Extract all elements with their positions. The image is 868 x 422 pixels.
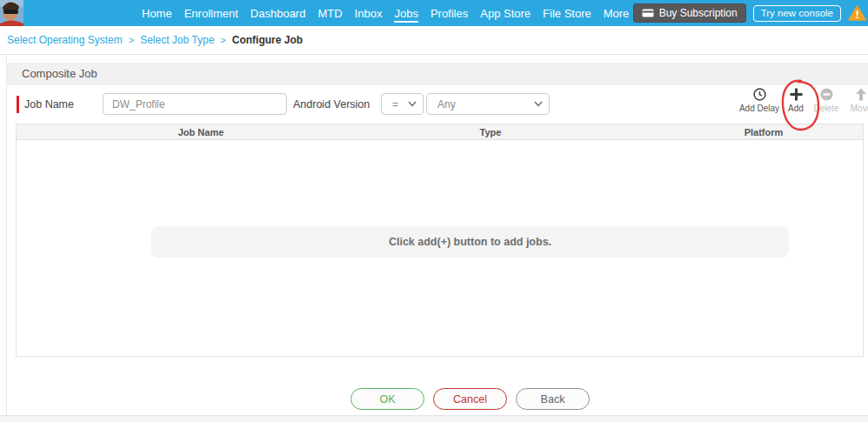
nav-item-app-store[interactable]: App Store: [480, 7, 531, 20]
delete-label: Delete: [811, 104, 841, 113]
breadcrumb-select-operating-system[interactable]: Select Operating System: [7, 34, 123, 46]
job-name-label: Job Name: [24, 98, 74, 111]
android-version-select[interactable]: Any: [426, 93, 550, 115]
chevron-down-icon: [534, 101, 543, 107]
warning-triangle-icon[interactable]: [848, 5, 866, 21]
plus-icon: [790, 88, 803, 101]
add-delay-label: Add Delay: [735, 104, 784, 113]
ok-button[interactable]: OK: [351, 388, 424, 410]
version-operator-select[interactable]: =: [381, 93, 424, 115]
nav-item-dashboard[interactable]: Dashboard: [250, 7, 306, 20]
jobs-table: Job Name Type Platform Click add(+) butt…: [16, 124, 864, 357]
job-name-input[interactable]: [103, 93, 287, 115]
empty-state-message: Click add(+) button to add jobs.: [151, 226, 789, 258]
jobs-table-header: Job Name Type Platform: [17, 124, 863, 140]
clock-icon: [753, 88, 766, 101]
chevron-down-icon: [408, 101, 417, 107]
add-label: Add: [781, 104, 811, 113]
minus-circle-icon: [820, 88, 833, 101]
move-button[interactable]: Move: [844, 87, 868, 113]
nav-right-controls: Buy Subscription Try new console: [633, 0, 866, 26]
cancel-button[interactable]: Cancel: [433, 388, 507, 410]
android-version-value: Any: [437, 98, 456, 111]
nav-item-jobs[interactable]: Jobs: [394, 7, 417, 23]
add-delay-button[interactable]: Add Delay: [735, 87, 784, 113]
nav-item-file-store[interactable]: File Store: [543, 7, 591, 20]
breadcrumb-current-page: Configure Job: [232, 34, 303, 46]
back-button[interactable]: Back: [516, 388, 590, 410]
nav-item-more-label: More: [604, 7, 630, 20]
buy-subscription-button[interactable]: Buy Subscription: [633, 3, 746, 23]
version-operator-value: =: [392, 98, 398, 111]
nav-item-inbox[interactable]: Inbox: [355, 7, 383, 20]
column-header-type: Type: [480, 124, 502, 140]
column-header-platform: Platform: [744, 124, 784, 140]
arrow-up-icon: [855, 88, 867, 101]
breadcrumb-select-job-type[interactable]: Select Job Type: [140, 34, 214, 46]
buy-subscription-label: Buy Subscription: [659, 7, 738, 19]
avatar: [0, 0, 23, 26]
breadcrumb: Select Operating System > Select Job Typ…: [0, 26, 868, 55]
breadcrumb-separator-icon: >: [129, 35, 134, 45]
try-new-console-button[interactable]: Try new console: [753, 5, 841, 22]
breadcrumb-separator-icon: >: [220, 35, 225, 45]
nav-item-profiles[interactable]: Profiles: [431, 7, 468, 20]
android-version-label: Android Version: [293, 98, 370, 111]
add-button[interactable]: Add: [781, 87, 811, 113]
nav-item-home[interactable]: Home: [142, 7, 172, 20]
required-field-marker: [17, 96, 19, 113]
credit-card-icon: [642, 9, 654, 17]
move-label: Move: [844, 104, 868, 113]
column-header-job-name: Job Name: [178, 124, 224, 140]
panel-title: Composite Job: [7, 63, 868, 85]
footer-strip: [0, 415, 868, 422]
delete-button[interactable]: Delete: [811, 87, 841, 113]
nav-item-mtd[interactable]: MTD: [317, 7, 342, 20]
nav-menu: Home Enrollment Dashboard MTD Inbox Jobs…: [142, 0, 640, 26]
top-nav-bar: Home Enrollment Dashboard MTD Inbox Jobs…: [0, 0, 868, 26]
nav-item-enrollment[interactable]: Enrollment: [184, 7, 238, 20]
